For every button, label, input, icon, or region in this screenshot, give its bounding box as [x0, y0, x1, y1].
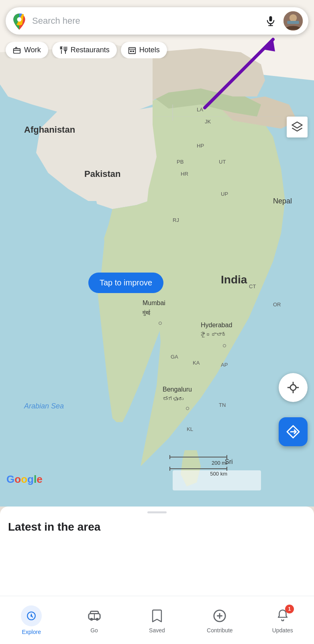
- layer-button[interactable]: [287, 117, 308, 137]
- chips-row: Work Restaurants Hotels: [0, 42, 314, 58]
- svg-point-21: [290, 385, 296, 390]
- saved-icon-wrap: [148, 607, 166, 625]
- nav-contribute-label: Contribute: [207, 627, 233, 634]
- maps-logo: [10, 12, 28, 30]
- map-area[interactable]: Tashkent Afghanistan Pakistan India Nepa…: [0, 0, 314, 507]
- svg-point-29: [31, 615, 32, 616]
- svg-rect-11: [287, 21, 299, 24]
- layers-icon: [291, 121, 303, 133]
- svg-rect-19: [133, 50, 134, 51]
- latest-in-area-title: Latest in the area: [0, 513, 314, 537]
- chip-restaurants-label: Restaurants: [71, 46, 110, 54]
- nav-go[interactable]: Go: [78, 607, 110, 634]
- explore-icon: [26, 611, 37, 621]
- svg-rect-2: [173, 470, 261, 490]
- chip-hotels-label: Hotels: [139, 46, 160, 54]
- chip-hotels[interactable]: Hotels: [121, 42, 167, 58]
- svg-marker-20: [292, 122, 302, 128]
- google-logo: Google: [6, 473, 43, 486]
- contribute-icon: [213, 609, 226, 623]
- bengaluru-dot: [186, 407, 189, 410]
- directions-button[interactable]: [279, 417, 308, 446]
- svg-point-5: [17, 17, 22, 22]
- nav-saved-label: Saved: [149, 627, 165, 634]
- go-icon-wrap: [86, 607, 103, 625]
- nav-explore[interactable]: Explore: [15, 605, 47, 635]
- svg-point-10: [290, 14, 297, 21]
- saved-icon: [151, 609, 163, 623]
- svg-rect-12: [14, 48, 20, 53]
- nav-updates[interactable]: 1 Updates: [267, 607, 299, 634]
- hyderabad-dot: [223, 344, 226, 347]
- svg-rect-17: [128, 49, 135, 53]
- svg-point-32: [96, 617, 98, 620]
- tap-improve-button[interactable]: Tap to improve: [88, 273, 163, 293]
- svg-rect-18: [130, 50, 132, 51]
- avatar[interactable]: [283, 10, 304, 31]
- chip-restaurants[interactable]: Restaurants: [52, 42, 117, 58]
- svg-rect-6: [269, 16, 272, 21]
- utensils-icon: [59, 46, 67, 54]
- directions-icon: [286, 425, 300, 439]
- locate-button[interactable]: [279, 373, 308, 402]
- briefcase-icon: [13, 46, 21, 54]
- search-bar[interactable]: Search here: [6, 7, 308, 35]
- search-placeholder: Search here: [32, 16, 262, 26]
- updates-icon-wrap: 1: [274, 607, 292, 625]
- bottom-sheet: Latest in the area Explore: [0, 507, 314, 644]
- nav-updates-label: Updates: [272, 627, 293, 634]
- nav-saved[interactable]: Saved: [141, 607, 173, 634]
- hotel-icon: [128, 46, 136, 54]
- svg-point-31: [90, 617, 93, 620]
- svg-rect-1: [0, 422, 128, 507]
- chip-work-label: Work: [24, 46, 41, 54]
- nav-go-label: Go: [90, 627, 98, 634]
- nav-contribute[interactable]: Contribute: [204, 607, 236, 634]
- mumbai-dot: [159, 322, 162, 325]
- updates-badge: 1: [285, 605, 294, 613]
- locate-icon: [286, 381, 300, 394]
- explore-icon-wrap: [21, 605, 42, 626]
- chip-work[interactable]: Work: [6, 42, 48, 58]
- go-icon: [88, 609, 101, 623]
- bottom-nav: Explore Go Saved: [0, 596, 314, 644]
- nav-explore-label: Explore: [22, 629, 41, 635]
- contribute-icon-wrap: [211, 607, 228, 625]
- mic-button[interactable]: [262, 12, 279, 30]
